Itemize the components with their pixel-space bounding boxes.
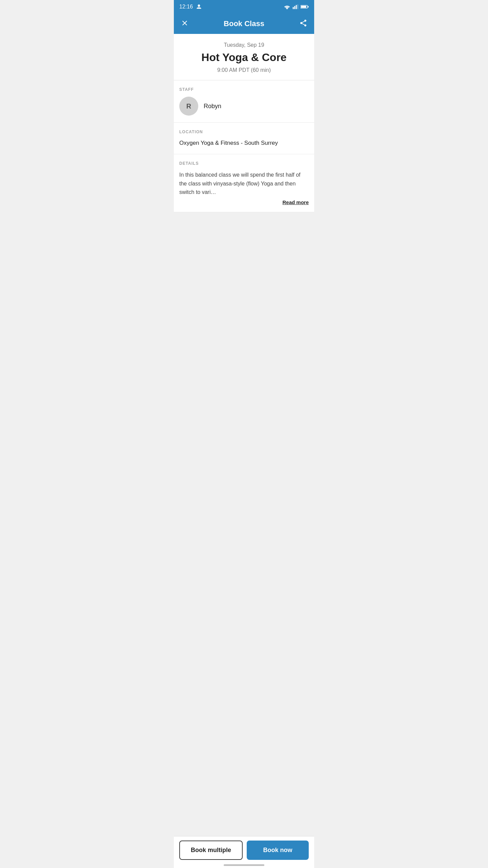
wifi-icon [284,4,290,9]
close-button[interactable] [179,18,190,30]
details-section: DETAILS In this balanced class we will s… [174,154,314,212]
svg-rect-7 [308,6,309,7]
class-date: Tuesday, Sep 19 [179,42,309,48]
location-text: Oxygen Yoga & Fitness - South Surrey [179,139,309,147]
staff-name: Robyn [204,103,221,110]
gray-area [174,212,314,253]
location-label: LOCATION [179,130,309,134]
details-text: In this balanced class we will spend the… [179,171,309,197]
status-bar: 12:16 [174,0,314,14]
details-label: DETAILS [179,161,309,166]
staff-section: STAFF R Robyn [174,80,314,123]
status-time: 12:16 [179,4,193,10]
svg-rect-6 [301,6,306,8]
avatar-icon [196,3,202,10]
class-title: Hot Yoga & Core [179,51,309,64]
location-section: LOCATION Oxygen Yoga & Fitness - South S… [174,123,314,154]
page-title: Book Class [224,19,264,28]
staff-row: R Robyn [179,97,309,116]
svg-rect-4 [297,4,298,9]
status-bar-left: 12:16 [179,3,202,10]
status-bar-right [284,4,309,9]
staff-avatar: R [179,97,198,116]
class-time: 9:00 AM PDT (60 min) [179,67,309,73]
app-bar: Book Class [174,14,314,34]
staff-avatar-letter: R [186,102,191,110]
svg-rect-2 [294,6,295,9]
battery-icon [301,4,309,9]
svg-rect-1 [293,7,294,9]
class-header: Tuesday, Sep 19 Hot Yoga & Core 9:00 AM … [174,34,314,80]
read-more-link[interactable]: Read more [179,199,309,205]
share-icon [299,19,307,27]
staff-label: STAFF [179,87,309,92]
svg-point-0 [198,4,200,7]
svg-rect-3 [296,5,297,9]
close-icon [181,19,189,27]
share-button[interactable] [298,18,309,30]
signal-icon [292,4,299,9]
